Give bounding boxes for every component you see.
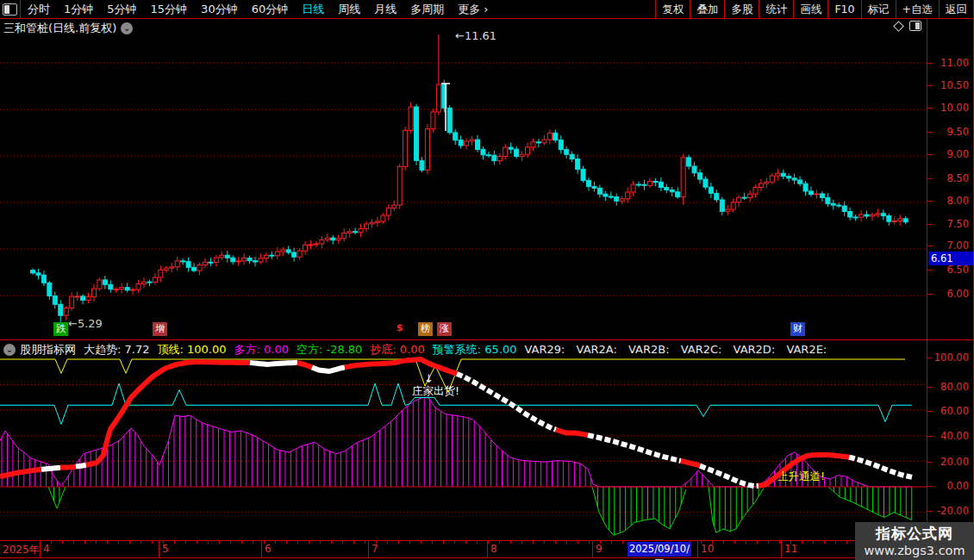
candle-down [709, 187, 713, 193]
week-tick [185, 541, 186, 544]
candle-down [286, 250, 290, 252]
candle-down [787, 177, 791, 178]
price-axis-label-tick [927, 85, 932, 86]
candle-up [542, 140, 546, 143]
period-tab-60分钟[interactable]: 60分钟 [245, 3, 296, 16]
marker-badge-涨: 涨 [437, 322, 452, 336]
toolbar-button-返回[interactable]: 返回 [939, 0, 974, 19]
indicator-axis-label-tick [927, 511, 932, 512]
period-tab-多周期[interactable]: 多周期 [403, 3, 451, 16]
candle-down [687, 158, 691, 166]
price-axis-label: 10.50 [929, 79, 969, 91]
price-axis-label: 10.00 [929, 102, 969, 114]
candle-down [81, 296, 85, 300]
indicator-axis-label-tick [927, 387, 932, 388]
split-window-icon[interactable] [3, 3, 17, 16]
indicator-field-抄底: 抄底: 0.00 [370, 343, 424, 356]
watermark-url: www.zbgs3.com [855, 544, 974, 557]
candle-down [792, 178, 796, 180]
pane-separator [0, 339, 974, 340]
trend-ribbon-white [41, 468, 60, 470]
toolbar-button-统计[interactable]: 统计 [759, 0, 793, 19]
toolbar-button-复权[interactable]: 复权 [655, 0, 690, 19]
week-tick [779, 541, 780, 544]
channel-annotation: 上升通道! [777, 470, 825, 482]
month-divider [40, 541, 41, 558]
indicator-field-顶线: 顶线: 100.00 [157, 343, 226, 356]
candle-down [798, 180, 802, 184]
week-tick [297, 541, 298, 544]
week-tick [230, 541, 231, 544]
candle-down [837, 205, 841, 206]
layout-icon[interactable] [909, 21, 921, 31]
toolbar-buttons: 复权叠加多股统计画线F10标记+自选返回 [655, 0, 974, 19]
candle-up [365, 224, 369, 228]
candle-up [631, 184, 635, 192]
candle-up [347, 232, 352, 233]
candle-down [53, 296, 57, 304]
candle-down [515, 149, 519, 156]
trend-ribbon-red [345, 359, 457, 374]
period-tab-更多 ›[interactable]: 更多 › [451, 3, 495, 16]
candle-down [592, 186, 596, 188]
diamond-icon[interactable] [893, 21, 904, 32]
candle-down [670, 190, 674, 191]
toolbar-button-多股[interactable]: 多股 [724, 0, 759, 19]
indicator-values: 大趋势: 7.72顶线: 100.00多方: 0.00空方: -28.80抄底:… [84, 342, 834, 358]
candle-down [803, 184, 808, 191]
title-dropdown-icon[interactable]: ⌄ [121, 22, 133, 34]
week-tick [757, 541, 758, 544]
candle-up [159, 270, 163, 277]
toolbar-button-F10[interactable]: F10 [827, 0, 860, 19]
indicator-field-VAR2C: VAR2C: [681, 343, 726, 356]
candle-up [753, 188, 758, 195]
sell-arrow-icon: ↓ [424, 372, 434, 385]
week-tick [813, 541, 814, 544]
candle-down [109, 284, 113, 289]
period-tab-5分钟[interactable]: 5分钟 [100, 3, 143, 16]
candle-down [509, 147, 513, 149]
candle-up [70, 296, 74, 308]
candle-down [147, 282, 152, 283]
month-label: 9 [596, 543, 603, 555]
candle-up [153, 277, 157, 282]
candle-down [331, 238, 335, 240]
indicator-collapse-icon[interactable]: ⌄ [3, 344, 16, 356]
candle-down [698, 173, 702, 179]
week-tick [286, 541, 287, 544]
candle-up [214, 258, 218, 262]
toolbar-button-标记[interactable]: 标记 [861, 0, 896, 19]
period-tab-月线[interactable]: 月线 [367, 3, 403, 16]
marker-badge-榜: 榜 [418, 322, 433, 336]
period-tab-15分钟[interactable]: 15分钟 [144, 3, 195, 16]
candle-down [865, 215, 869, 216]
candle-up [342, 233, 347, 238]
candle-up [748, 194, 752, 197]
period-tab-1分钟[interactable]: 1分钟 [57, 3, 100, 16]
month-label: 8 [490, 543, 497, 555]
toolbar-button-画线[interactable]: 画线 [793, 0, 827, 19]
candle-down [181, 261, 185, 262]
magenta-envelope [0, 397, 912, 487]
indicator-field-空方: 空方: -28.80 [297, 343, 362, 356]
price-axis-label: 7.50 [929, 218, 969, 230]
indicator-field-VAR29: VAR29: [525, 343, 569, 356]
period-tab-日线[interactable]: 日线 [295, 3, 331, 16]
week-tick [432, 541, 433, 544]
period-tab-周线[interactable]: 周线 [331, 3, 367, 16]
candle-down [231, 258, 235, 262]
candle-up [136, 284, 140, 290]
indicator-source: 股朋指标网 [20, 342, 76, 358]
candle-down [576, 159, 580, 170]
period-tab-30分钟[interactable]: 30分钟 [194, 3, 245, 16]
price-axis-label-tick [927, 154, 932, 155]
candle-up [86, 297, 91, 301]
candle-down [209, 262, 213, 263]
candle-up [114, 289, 118, 290]
candle-down [842, 206, 846, 211]
toolbar-button-叠加[interactable]: 叠加 [690, 0, 724, 19]
toolbar-button-+自选[interactable]: +自选 [896, 0, 939, 19]
indicator-axis-label-tick [927, 411, 932, 412]
period-tab-分时[interactable]: 分时 [21, 3, 57, 16]
week-tick [544, 541, 545, 544]
